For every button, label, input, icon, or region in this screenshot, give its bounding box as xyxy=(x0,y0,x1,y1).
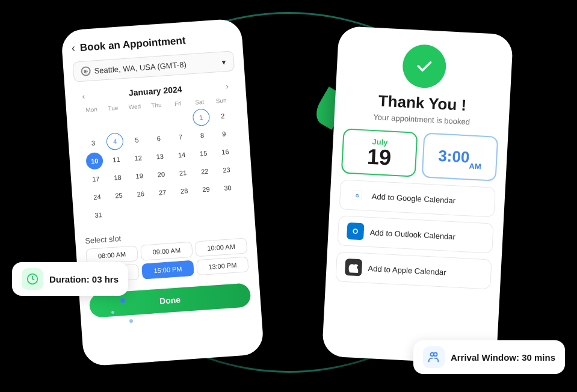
cal-cell xyxy=(176,200,194,218)
cal-cell-6[interactable]: 6 xyxy=(150,129,168,147)
cal-prev-button[interactable]: ‹ xyxy=(82,91,85,101)
google-calendar-label: Add to Google Calendar xyxy=(371,192,455,205)
duration-badge: Duration: 03 hrs xyxy=(12,262,128,296)
slot-1300[interactable]: 13:00 PM xyxy=(196,256,249,275)
svg-point-4 xyxy=(434,353,437,357)
dropdown-chevron-icon: ▾ xyxy=(222,57,227,66)
cal-cell-26[interactable]: 26 xyxy=(132,185,150,203)
outlook-calendar-icon: O xyxy=(347,222,364,240)
cal-cell-1[interactable]: 1 xyxy=(192,108,210,126)
back-button[interactable]: ‹ xyxy=(71,42,75,55)
slot-1500[interactable]: 15:00 PM xyxy=(141,260,194,280)
svg-text:G: G xyxy=(356,193,359,198)
date-time-row: July 19 3:00 AM xyxy=(341,128,499,181)
deco-dot-3 xyxy=(129,319,133,323)
booking-confirmation-text: Your appointment is booked xyxy=(373,112,470,126)
cal-cell-14[interactable]: 14 xyxy=(173,146,191,164)
add-google-calendar-button[interactable]: G Add to Google Calendar xyxy=(339,179,496,217)
calendar-month: January 2024 xyxy=(128,84,182,97)
date-box: July 19 xyxy=(341,128,418,177)
slot-0900[interactable]: 09:00 AM xyxy=(140,242,193,261)
right-phone: Thank You ! Your appointment is booked J… xyxy=(322,26,513,365)
time-box: 3:00 AM xyxy=(422,132,499,181)
calendar: ‹ January 2024 › Mon Tue Wed Thu Fri Sat… xyxy=(74,76,245,229)
cal-cell xyxy=(155,201,173,219)
success-check-circle xyxy=(401,43,447,89)
page-title: Book an Appointment xyxy=(79,34,186,54)
deco-dot-1 xyxy=(120,298,125,303)
cal-cell-8[interactable]: 8 xyxy=(193,126,211,144)
cal-cell-19[interactable]: 19 xyxy=(131,167,149,185)
cal-cell-9[interactable]: 9 xyxy=(215,125,233,143)
cal-cell xyxy=(133,203,151,221)
add-outlook-calendar-button[interactable]: O Add to Outlook Calendar xyxy=(337,215,493,253)
arrival-icon xyxy=(423,346,445,368)
google-calendar-icon: G xyxy=(348,186,366,204)
cal-cell-16[interactable]: 16 xyxy=(216,143,234,161)
outlook-calendar-label: Add to Outlook Calendar xyxy=(369,227,455,240)
cal-cell xyxy=(105,114,123,132)
cal-cell xyxy=(111,204,129,222)
arrival-text: Arrival Window: 30 mins xyxy=(451,352,555,363)
deco-dot-2 xyxy=(111,311,114,314)
appointment-day: 19 xyxy=(366,146,392,169)
cal-cell-21[interactable]: 21 xyxy=(174,164,192,182)
apple-calendar-label: Add to Apple Calendar xyxy=(368,263,446,277)
cal-cell-3[interactable]: 3 xyxy=(84,134,102,152)
cal-cell-31[interactable]: 31 xyxy=(90,206,108,224)
check-icon xyxy=(413,55,436,78)
arrival-badge: Arrival Window: 30 mins xyxy=(413,340,565,374)
cal-cell-22[interactable]: 22 xyxy=(196,162,214,180)
appointment-ampm: AM xyxy=(469,161,481,171)
cal-cell xyxy=(170,110,188,128)
cal-cell-28[interactable]: 28 xyxy=(175,182,193,200)
cal-cell-15[interactable]: 15 xyxy=(194,144,212,162)
cal-cell-7[interactable]: 7 xyxy=(171,128,190,146)
cal-cell-24[interactable]: 24 xyxy=(88,188,106,206)
cal-cell-27[interactable]: 27 xyxy=(153,183,171,201)
cal-cell xyxy=(83,116,101,134)
slot-1000[interactable]: 10:00 AM xyxy=(195,237,248,257)
cal-cell-20[interactable]: 20 xyxy=(152,165,170,183)
cal-cell-4[interactable]: 4 xyxy=(106,132,124,150)
cal-cell-17[interactable]: 17 xyxy=(87,170,105,188)
cal-cell-29[interactable]: 29 xyxy=(197,180,215,198)
cal-cell xyxy=(220,197,238,215)
cal-cell xyxy=(199,198,217,216)
cal-cell-10[interactable]: 10 xyxy=(85,152,103,170)
cal-cell-5[interactable]: 5 xyxy=(128,131,146,149)
cal-cell-13[interactable]: 13 xyxy=(151,147,169,165)
cal-cell-23[interactable]: 23 xyxy=(218,161,236,179)
location-text: Seattle, WA, USA (GMT-8) xyxy=(94,60,187,75)
globe-icon: ⊕ xyxy=(81,66,91,76)
calendar-grid: 1 2 3 4 5 6 7 8 9 10 11 12 13 14 15 xyxy=(81,107,240,224)
cal-cell xyxy=(126,113,144,131)
appointment-time: 3:00 xyxy=(438,147,471,167)
cal-cell-12[interactable]: 12 xyxy=(129,149,147,167)
cal-next-button[interactable]: › xyxy=(226,81,229,91)
left-phone: ‹ Book an Appointment ⊕ Seattle, WA, USA… xyxy=(61,18,264,367)
add-apple-calendar-button[interactable]: Add to Apple Calendar xyxy=(335,251,492,289)
duration-icon xyxy=(22,268,43,290)
phone-header: ‹ Book an Appointment xyxy=(71,31,233,55)
apple-calendar-icon xyxy=(345,259,362,276)
cal-cell xyxy=(149,111,167,129)
cal-cell-18[interactable]: 18 xyxy=(109,168,127,186)
cal-cell-2[interactable]: 2 xyxy=(214,107,232,125)
cal-cell-25[interactable]: 25 xyxy=(110,186,128,204)
cal-cell-11[interactable]: 11 xyxy=(107,150,125,168)
scene: ‹ Book an Appointment ⊕ Seattle, WA, USA… xyxy=(0,0,577,392)
cal-cell-30[interactable]: 30 xyxy=(219,179,237,197)
thank-you-heading: Thank You ! xyxy=(378,91,467,115)
duration-text: Duration: 03 hrs xyxy=(49,274,119,284)
